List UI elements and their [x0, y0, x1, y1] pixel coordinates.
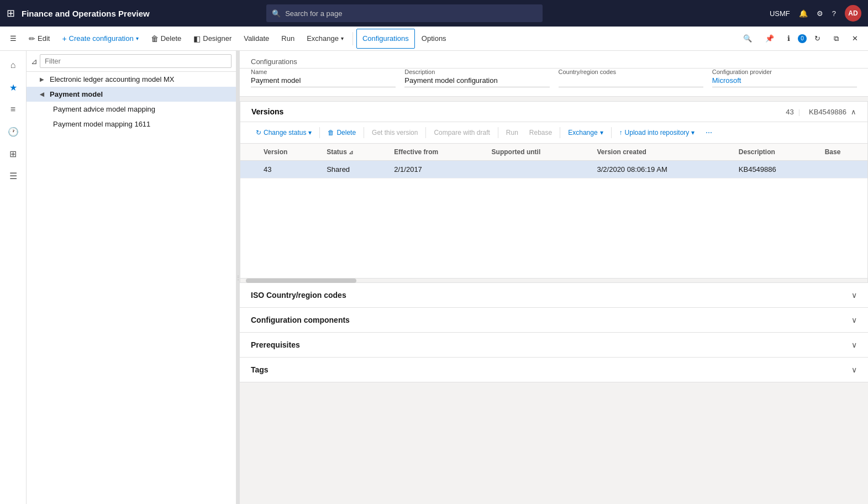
close-button[interactable]: ✕ — [846, 29, 864, 49]
command-bar: ☰ ✏ Edit + Create configuration ▾ 🗑 Dele… — [0, 27, 868, 51]
filter-icon[interactable]: ⊿ — [349, 149, 353, 155]
expand-icon-1: ◀ — [40, 91, 48, 97]
compare-with-draft-button[interactable]: Compare with draft — [429, 127, 494, 139]
upload-dropdown-arrow: ▾ — [691, 129, 695, 136]
search-icon: 🔍 — [272, 9, 281, 18]
command-bar-right: 🔍 📌 ℹ 0 ↻ ⧉ ✕ — [738, 29, 864, 49]
fields-row: Name Payment model Description Payment m… — [240, 69, 868, 96]
designer-button[interactable]: ◧ Designer — [188, 29, 237, 49]
help-icon[interactable]: ? — [832, 9, 836, 18]
designer-icon: ◧ — [193, 34, 201, 43]
horizontal-scrollbar[interactable] — [240, 278, 867, 282]
exchange-dropdown-arrow: ▾ — [600, 129, 603, 136]
main-layout: ⌂ ★ ≡ 🕐 ⊞ ☰ ⊿ ▶ Electronic ledger accoun… — [0, 51, 868, 504]
config-components-header[interactable]: Configuration components ∨ — [240, 308, 868, 332]
versions-delete-button[interactable]: 🗑 Delete — [323, 127, 360, 139]
menu-lines-icon[interactable]: ≡ — [3, 99, 23, 119]
versions-header: Versions 43 | KB4549886 ∧ — [240, 102, 867, 122]
refresh-button[interactable]: ↻ — [809, 29, 826, 49]
versions-toolbar: ↻ Change status ▾ 🗑 Delete Get this vers… — [240, 122, 867, 144]
versions-section: Versions 43 | KB4549886 ∧ ↻ Change statu… — [240, 101, 868, 283]
open-in-new-button[interactable]: ⧉ — [828, 29, 844, 49]
sidebar-icons: ⌂ ★ ≡ 🕐 ⊞ ☰ — [0, 51, 27, 504]
app-grid-icon[interactable]: ⊞ — [7, 7, 15, 19]
iso-country-header[interactable]: ISO Country/region codes ∨ — [240, 283, 868, 307]
refresh-icon: ↻ — [256, 129, 261, 136]
settings-icon[interactable]: ⚙ — [817, 9, 823, 18]
tree-item-label-0: Electronic ledger accounting model MX — [50, 75, 174, 83]
info-button[interactable]: ℹ — [782, 29, 796, 49]
versions-table: Version Status ⊿ Effective from Supporte… — [240, 144, 867, 179]
field-provider-value[interactable]: Microsoft — [712, 76, 857, 85]
exchange-button[interactable]: Exchange ▾ — [301, 29, 349, 49]
top-navigation: ⊞ Finance and Operations Preview 🔍 Searc… — [0, 0, 868, 27]
field-country-label: Country/region codes — [559, 69, 703, 75]
tree-panel: ⊿ ▶ Electronic ledger accounting model M… — [27, 51, 236, 504]
tree-item-0[interactable]: ▶ Electronic ledger accounting model MX — [27, 72, 236, 87]
more-options-button[interactable]: ⋯ — [701, 127, 717, 139]
table-row[interactable]: 43 Shared 2/1/2017 3/2/2020 08:06:19 AM … — [240, 161, 867, 179]
col-supported-until: Supported until — [485, 144, 591, 161]
upload-icon: ↑ — [619, 129, 623, 136]
create-configuration-button[interactable]: + Create configuration ▾ — [56, 29, 144, 49]
star-icon[interactable]: ★ — [3, 77, 23, 97]
field-name-value: Payment model — [251, 76, 396, 85]
tree-item-1[interactable]: ◀ Payment model — [27, 87, 236, 102]
field-config-provider: Configuration provider Microsoft — [712, 69, 857, 87]
tree-item-2[interactable]: Payment advice model mapping — [27, 102, 236, 117]
tree-items: ▶ Electronic ledger accounting model MX … — [27, 72, 236, 504]
list-icon[interactable]: ☰ — [3, 166, 23, 186]
notification-icon[interactable]: 🔔 — [799, 9, 808, 18]
home-icon[interactable]: ⌂ — [3, 55, 23, 75]
col-description: Description — [732, 144, 818, 161]
menu-button[interactable]: ☰ — [4, 29, 22, 49]
cell-effective-from: 2/1/2017 — [387, 161, 485, 179]
cell-version-created: 3/2/2020 08:06:19 AM — [591, 161, 732, 179]
get-this-version-button[interactable]: Get this version — [367, 127, 422, 139]
edit-button[interactable]: ✏ Edit — [23, 29, 55, 49]
top-right-icons: USMF 🔔 ⚙ ? AD — [770, 5, 861, 22]
configurations-tab[interactable]: Configurations — [356, 29, 415, 49]
options-tab[interactable]: Options — [416, 29, 452, 49]
cell-supported-until — [485, 161, 591, 179]
versions-exchange-button[interactable]: Exchange ▾ — [564, 127, 607, 139]
prerequisites-header[interactable]: Prerequisites ∨ — [240, 333, 868, 357]
run-button[interactable]: Run — [276, 29, 300, 49]
versions-kb: KB4549886 — [809, 108, 846, 116]
configurations-label: Configurations — [240, 51, 868, 69]
search-bar[interactable]: 🔍 Search for a page — [266, 4, 543, 22]
versions-collapse-icon[interactable]: ∧ — [851, 108, 856, 116]
tree-item-label-1: Payment model — [50, 90, 103, 98]
filter-icon: ⊿ — [31, 57, 38, 66]
search-config-button[interactable]: 🔍 — [738, 29, 757, 49]
prerequisites-section: Prerequisites ∨ — [240, 333, 868, 358]
col-r — [240, 144, 257, 161]
tree-item-label-2: Payment advice model mapping — [53, 105, 155, 113]
fields-section: Name Payment model Description Payment m… — [240, 69, 868, 97]
col-effective-from: Effective from — [387, 144, 485, 161]
upload-into-repository-button[interactable]: ↑ Upload into repository ▾ — [615, 127, 699, 139]
field-name: Name Payment model — [251, 69, 396, 87]
prerequisites-title: Prerequisites — [251, 340, 300, 349]
pin-button[interactable]: 📌 — [760, 29, 780, 49]
avatar[interactable]: AD — [845, 5, 861, 22]
delete-button[interactable]: 🗑 Delete — [145, 29, 187, 49]
app-title: Finance and Operations Preview — [22, 9, 150, 18]
tags-section: Tags ∨ — [240, 358, 868, 382]
tree-item-3[interactable]: Payment model mapping 1611 — [27, 117, 236, 132]
col-version: Version — [257, 144, 320, 161]
scroll-thumb[interactable] — [246, 279, 356, 283]
tags-header[interactable]: Tags ∨ — [240, 358, 868, 382]
cell-status: Shared — [320, 161, 387, 179]
clock-icon[interactable]: 🕐 — [3, 122, 23, 141]
validate-button[interactable]: Validate — [238, 29, 275, 49]
col-version-created: Version created — [591, 144, 732, 161]
change-status-button[interactable]: ↻ Change status ▾ — [251, 127, 316, 139]
filter-input[interactable] — [40, 54, 232, 68]
versions-title: Versions — [251, 107, 283, 116]
versions-run-button[interactable]: Run — [502, 127, 523, 139]
grid-icon[interactable]: ⊞ — [3, 144, 23, 164]
field-name-label: Name — [251, 69, 396, 75]
rebase-button[interactable]: Rebase — [525, 127, 556, 139]
iso-country-chevron: ∨ — [851, 291, 857, 300]
